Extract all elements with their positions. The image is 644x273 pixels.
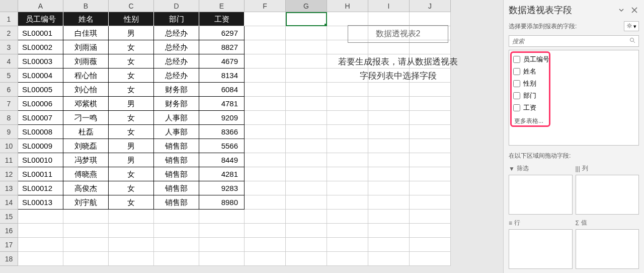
cell[interactable] xyxy=(410,125,451,139)
field-checkbox[interactable] xyxy=(513,80,520,87)
col-header-E[interactable]: E xyxy=(199,0,245,12)
cell[interactable]: 9209 xyxy=(199,111,245,125)
cell[interactable]: 8827 xyxy=(199,40,245,54)
cell[interactable]: 冯梦琪 xyxy=(63,153,109,167)
field-checkbox[interactable] xyxy=(513,104,520,111)
cell[interactable]: SL00008 xyxy=(18,125,63,139)
close-icon[interactable] xyxy=(630,6,639,15)
cell[interactable]: 人事部 xyxy=(154,111,199,125)
row-header[interactable]: 10 xyxy=(0,139,18,153)
cell[interactable] xyxy=(245,167,286,181)
cell[interactable] xyxy=(245,224,286,238)
cell[interactable] xyxy=(368,83,410,97)
cell[interactable] xyxy=(245,238,286,252)
row-header[interactable]: 4 xyxy=(0,54,18,69)
cell[interactable]: 4281 xyxy=(199,167,245,181)
cell[interactable] xyxy=(327,181,368,195)
cell[interactable]: 总经办 xyxy=(154,69,199,83)
cell[interactable]: 销售部 xyxy=(154,139,199,153)
cell[interactable] xyxy=(368,238,410,252)
cell[interactable] xyxy=(286,111,327,125)
cell[interactable] xyxy=(327,238,368,252)
cell[interactable] xyxy=(245,195,286,210)
cell[interactable]: 销售部 xyxy=(154,153,199,167)
cell[interactable] xyxy=(245,252,286,266)
more-tables-link[interactable]: 更多表格... xyxy=(513,114,634,125)
cell[interactable] xyxy=(245,210,286,224)
cell[interactable] xyxy=(368,195,410,210)
cell[interactable] xyxy=(245,54,286,69)
cell[interactable] xyxy=(327,125,368,139)
col-header-G[interactable]: G xyxy=(286,0,327,12)
cell[interactable]: 男 xyxy=(109,97,154,111)
cell[interactable] xyxy=(286,210,327,224)
cell[interactable] xyxy=(154,224,199,238)
field-checkbox[interactable] xyxy=(513,92,520,99)
cell[interactable]: 邓紫棋 xyxy=(63,97,109,111)
field-item[interactable]: 部门 xyxy=(513,90,634,102)
chevron-down-icon[interactable] xyxy=(617,6,626,15)
cell[interactable]: 销售部 xyxy=(154,181,199,195)
field-item[interactable]: 工资 xyxy=(513,102,634,114)
cell[interactable]: 工资 xyxy=(199,12,245,26)
cell[interactable] xyxy=(368,252,410,266)
cell[interactable]: 女 xyxy=(109,181,154,195)
cell[interactable]: 女 xyxy=(109,54,154,69)
col-header-A[interactable]: A xyxy=(18,0,63,12)
cell[interactable]: 4679 xyxy=(199,54,245,69)
cell[interactable]: 刘雨薇 xyxy=(63,54,109,69)
cell[interactable]: 总经办 xyxy=(154,40,199,54)
cell[interactable] xyxy=(410,252,451,266)
cell[interactable]: 总经办 xyxy=(154,26,199,40)
row-header[interactable]: 15 xyxy=(0,210,18,224)
cell[interactable] xyxy=(245,97,286,111)
cell[interactable] xyxy=(286,238,327,252)
cell[interactable]: 财务部 xyxy=(154,83,199,97)
cell[interactable] xyxy=(410,238,451,252)
cell[interactable]: 姓名 xyxy=(63,12,109,26)
cell[interactable]: 性别 xyxy=(109,12,154,26)
cell[interactable] xyxy=(245,139,286,153)
col-header-D[interactable]: D xyxy=(154,0,199,12)
cell[interactable] xyxy=(286,153,327,167)
cell[interactable] xyxy=(18,210,63,224)
cell[interactable] xyxy=(368,153,410,167)
cell[interactable] xyxy=(286,97,327,111)
cell[interactable] xyxy=(286,224,327,238)
col-header-I[interactable]: I xyxy=(368,0,410,12)
cell[interactable] xyxy=(199,224,245,238)
values-drop-box[interactable] xyxy=(576,229,639,269)
cell[interactable]: SL00012 xyxy=(18,181,63,195)
cell[interactable] xyxy=(245,83,286,97)
pivot-title-box[interactable]: 数据透视表2 xyxy=(348,25,448,43)
row-header[interactable]: 12 xyxy=(0,167,18,181)
cell[interactable] xyxy=(199,252,245,266)
cell[interactable] xyxy=(63,252,109,266)
cell[interactable]: SL00007 xyxy=(18,111,63,125)
cell[interactable]: 9283 xyxy=(199,181,245,195)
cell[interactable]: 男 xyxy=(109,153,154,167)
cell[interactable] xyxy=(199,238,245,252)
col-header-J[interactable]: J xyxy=(410,0,451,12)
cell[interactable]: 女 xyxy=(109,125,154,139)
cell[interactable] xyxy=(368,167,410,181)
cell[interactable] xyxy=(286,195,327,210)
cell[interactable]: 女 xyxy=(109,40,154,54)
cell[interactable]: SL00010 xyxy=(18,153,63,167)
cell[interactable] xyxy=(245,153,286,167)
cell[interactable]: 女 xyxy=(109,83,154,97)
cell[interactable]: 6297 xyxy=(199,26,245,40)
cell[interactable]: 8449 xyxy=(199,153,245,167)
cell[interactable] xyxy=(109,224,154,238)
field-item[interactable]: 性别 xyxy=(513,78,634,90)
row-header[interactable]: 16 xyxy=(0,224,18,238)
cell[interactable]: 白佳琪 xyxy=(63,26,109,40)
cell[interactable]: SL00003 xyxy=(18,54,63,69)
cell[interactable] xyxy=(18,224,63,238)
cell[interactable] xyxy=(410,97,451,111)
cell[interactable] xyxy=(286,12,327,26)
cell[interactable]: 人事部 xyxy=(154,125,199,139)
cell[interactable] xyxy=(286,83,327,97)
cell[interactable]: SL00011 xyxy=(18,167,63,181)
cell[interactable] xyxy=(368,97,410,111)
